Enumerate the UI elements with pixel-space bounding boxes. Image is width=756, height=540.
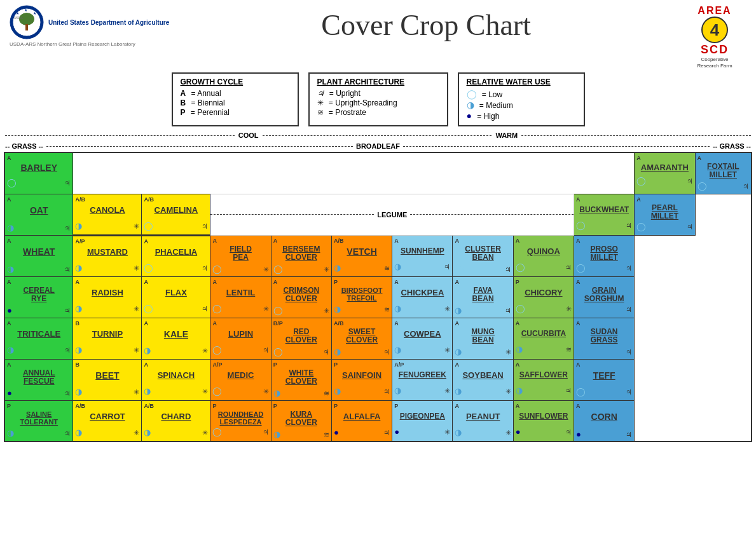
crop-quinoa: A QUINOA ◯ ♃ xyxy=(513,235,574,276)
crop-grain-sorghum: A GRAINSORGHUM ◑ ♃ xyxy=(574,276,635,318)
crop-chickpea: A CHICKPEA ◑ ✳ xyxy=(392,276,453,318)
crop-berseem-clover: A BERSEEMCLOVER ◯ ✳ xyxy=(271,235,331,276)
crop-lentil: A LENTIL ◯ ✳ xyxy=(210,276,271,318)
crop-beet: B BEET ◑ ✳ xyxy=(73,359,142,400)
usda-logo: ★ ★ ★ USDA United States Department of A… xyxy=(10,5,169,47)
crop-carrot: A/B CARROT ◑ ✳ xyxy=(73,400,142,442)
crop-triticale: A TRITICALE ◑ ♃ xyxy=(4,318,73,359)
crop-sunnhemp: A SUNNHEMP ◑ ♃ xyxy=(392,235,453,276)
crop-sunflower: A SUNFLOWER ● ♃ xyxy=(513,400,574,442)
crop-sudan-grass: A SUDANGRASS ◑ ♃ xyxy=(574,318,635,359)
crop-oat: A OAT ◑ ♃ xyxy=(4,194,73,235)
crop-roundhead-lespedeza: P ROUNDHEADLESPEDEZA ◯ ♃ xyxy=(210,400,271,442)
area-badge: AREA 4 SCD CooperativeResearch Farm xyxy=(683,5,746,69)
crop-fenugreek: A/P FENUGREEK ◑ ✳ xyxy=(392,359,453,400)
svg-text:★: ★ xyxy=(24,8,27,12)
crop-camelina: A/B CAMELINA ◯ ♃ xyxy=(142,194,210,235)
crop-turnip: B TURNIP ◑ ✳ xyxy=(73,318,142,359)
crop-crimson-clover: A CRIMSONCLOVER ◯ ✳ xyxy=(271,276,331,318)
crop-chicory: P CHICORY ◯ ✳ xyxy=(513,276,574,318)
crop-spinach: A SPINACH ◑ ✳ xyxy=(142,359,210,400)
crop-proso-millet: A PROSOMILLET ◯ ♃ xyxy=(574,235,635,276)
crop-sweet-clover: A/B SWEETCLOVER ◑ ♃ xyxy=(331,318,392,359)
crop-safflower: A SAFFLOWER ◑ ♃ xyxy=(513,359,574,400)
crop-chard: A/B CHARD ◑ ✳ xyxy=(142,400,210,442)
crop-cluster-bean: A CLUSTERBEAN ◯ ♃ xyxy=(453,235,513,276)
usda-subtitle: USDA-ARS Northern Great Plains Research … xyxy=(10,41,169,47)
crop-vetch: A/B VETCH ◑ ≋ xyxy=(331,235,392,276)
svg-rect-3 xyxy=(25,24,28,30)
crop-saline-tolerant: P SALINETOLERANT ◑ ♃ xyxy=(4,400,73,442)
crop-mustard: A/P MUSTARD ◑ ✳ xyxy=(73,235,142,276)
crop-soybean: A SOYBEAN ◑ ✳ xyxy=(453,359,513,400)
crop-foxtail-millet: A FOXTAILMILLET ◯ ♃ xyxy=(695,152,752,194)
crop-pearl-millet: A PEARLMILLET ◯ ♃ xyxy=(635,194,695,235)
crop-alfalfa: P ALFALFA ● ♃ xyxy=(331,400,392,442)
crop-fava-bean: A FAVABEAN ◑ ♃ xyxy=(453,276,513,318)
crop-kale: A KALE ◑ ✳ xyxy=(142,318,210,359)
crop-peanut: A PEANUT ◑ ✳ xyxy=(453,400,513,442)
crop-phacelia: A PHACELIA ◯ ♃ xyxy=(142,235,210,276)
crop-cowpea: A COWPEA ◑ ✳ xyxy=(392,318,453,359)
crop-white-clover: P WHITECLOVER ◑ ≋ xyxy=(271,359,331,400)
svg-text:★: ★ xyxy=(16,11,19,15)
crop-amaranth: A AMARANTH ◯ ♃ xyxy=(635,152,695,194)
growth-cycle-legend: GROWTH CYCLE A = Annual B = Biennial P =… xyxy=(172,72,299,126)
svg-text:★: ★ xyxy=(33,11,36,15)
plant-arch-legend: PLANT ARCHITECTURE ♃ = Upright ✳ = Uprig… xyxy=(308,72,448,126)
crop-cucurbita: A CUCURBITA ◑ ≋ xyxy=(513,318,574,359)
crop-cereal-rye: A CEREALRYE ● ♃ xyxy=(4,276,73,318)
usda-dept-name: United States Department of Agriculture xyxy=(48,19,169,26)
chart-main: A BARLEY ◯ ♃ A AMARANTH ◯ ♃ xyxy=(0,152,756,442)
crop-corn: A CORN ● ♃ xyxy=(574,400,635,442)
crop-red-clover: B/P REDCLOVER ◯ ♃ xyxy=(271,318,331,359)
crop-pigeonpea: P PIGEONPEA ● ✳ xyxy=(392,400,453,442)
crop-kura-clover: P KURACLOVER ◑ ≋ xyxy=(271,400,331,442)
crop-lupin: A LUPIN ◯ ♃ xyxy=(210,318,271,359)
cool-warm-divider: COOL WARM xyxy=(0,130,756,140)
crop-medic: A/P MEDIC ◯ ✳ xyxy=(210,359,271,400)
crop-field-pea: A FIELDPEA ◯ ✳ xyxy=(210,235,271,276)
empty-row1 xyxy=(73,152,635,194)
crop-mung-bean: A MUNGBEAN ◑ ✳ xyxy=(453,318,513,359)
crop-wheat: A WHEAT ◑ ♃ xyxy=(4,235,73,276)
crop-buckwheat: A BUCKWHEAT ◯ ♃ xyxy=(574,194,635,235)
legume-banner: LEGUME xyxy=(210,194,574,235)
crop-radish: A RADISH ◑ ✳ xyxy=(73,276,142,318)
crop-annual-fescue: A ANNUALFESCUE ● ♃ xyxy=(4,359,73,400)
crop-birdsfoot-trefoil: P BIRDSFOOTTREFOIL ◑ ≋ xyxy=(331,276,392,318)
svg-text:USDA: USDA xyxy=(14,16,24,20)
grass-broadleaf-label: -- GRASS -- BROADLEAF -- GRASS -- xyxy=(0,142,756,151)
water-use-legend: RELATIVE WATER USE ◯ = Low ◑ = Medium ● … xyxy=(458,72,585,126)
page-title: Cover Crop Chart xyxy=(169,5,683,42)
crop-flax: A FLAX ◯ ♃ xyxy=(142,276,210,318)
crop-sainfoin: P SAINFOIN ◑ ♃ xyxy=(331,359,392,400)
crop-canola: A/B CANOLA ◑ ✳ xyxy=(73,194,142,235)
crop-teff: A TEFF ◯ ♃ xyxy=(574,359,635,400)
crop-barley: A BARLEY ◯ ♃ xyxy=(4,152,73,194)
